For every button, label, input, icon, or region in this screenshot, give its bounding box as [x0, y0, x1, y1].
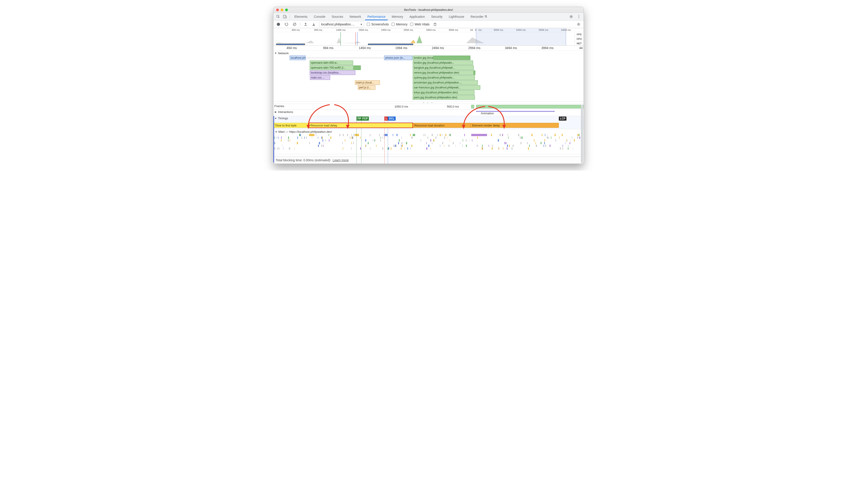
- flame-task[interactable]: [427, 137, 428, 139]
- garbage-collect-button[interactable]: [432, 22, 438, 27]
- flame-task[interactable]: [500, 134, 501, 136]
- flame-task[interactable]: [559, 137, 560, 139]
- flame-task[interactable]: [421, 139, 421, 141]
- flame-task[interactable]: [498, 139, 499, 141]
- flame-task[interactable]: [306, 137, 307, 139]
- flame-task[interactable]: [318, 137, 318, 139]
- tab-application[interactable]: Application: [406, 13, 428, 20]
- inspect-element-icon[interactable]: [275, 13, 282, 20]
- flame-task[interactable]: [491, 134, 492, 136]
- network-request-bar[interactable]: perf.js (l...: [358, 85, 375, 90]
- flame-task[interactable]: [511, 147, 512, 150]
- flame-task[interactable]: [492, 147, 493, 150]
- flame-task[interactable]: [321, 145, 322, 147]
- flame-task[interactable]: [450, 134, 451, 136]
- flame-task[interactable]: [504, 142, 505, 144]
- flame-task[interactable]: [543, 145, 544, 147]
- flame-task[interactable]: [508, 134, 508, 136]
- flame-task[interactable]: [562, 147, 563, 150]
- overview-minimap[interactable]: 494 ms994 ms1494 ms1994 ms2494 ms2994 ms…: [273, 28, 584, 46]
- flame-task[interactable]: [350, 137, 350, 139]
- scrollbar[interactable]: [581, 105, 583, 163]
- tab-lighthouse[interactable]: Lighthouse: [446, 13, 467, 20]
- flame-task[interactable]: [395, 145, 396, 147]
- flame-task[interactable]: [388, 147, 389, 150]
- flame-task[interactable]: [562, 145, 562, 147]
- main-thread-lane[interactable]: ▼Main — https://localhost.philipwalton.d…: [273, 129, 584, 154]
- flame-task[interactable]: [444, 137, 445, 139]
- flame-task[interactable]: [555, 134, 556, 136]
- settings-icon[interactable]: [568, 13, 574, 20]
- flame-task[interactable]: [531, 134, 532, 136]
- flame-task[interactable]: [404, 147, 405, 150]
- flame-task[interactable]: [343, 134, 343, 136]
- flame-task[interactable]: [463, 139, 463, 141]
- flame-task[interactable]: [503, 147, 503, 150]
- lcp-segment-render[interactable]: Element render delay: [470, 123, 559, 128]
- flame-task[interactable]: [551, 137, 551, 139]
- flame-task[interactable]: [573, 147, 573, 150]
- flame-task[interactable]: [455, 145, 456, 147]
- tab-security[interactable]: Security: [428, 13, 446, 20]
- reload-and-record-button[interactable]: [284, 22, 289, 27]
- flame-task[interactable]: [402, 145, 403, 147]
- flame-task[interactable]: [398, 142, 399, 144]
- flame-task[interactable]: [411, 145, 413, 147]
- flame-task[interactable]: [351, 134, 352, 136]
- flame-task[interactable]: [278, 147, 279, 150]
- flame-task[interactable]: [477, 145, 477, 147]
- flame-task[interactable]: [285, 134, 285, 136]
- screenshots-checkbox[interactable]: Screenshots: [367, 22, 389, 26]
- flame-task[interactable]: [542, 134, 542, 136]
- flame-task[interactable]: [545, 145, 546, 147]
- flame-task[interactable]: [370, 134, 370, 136]
- flame-task[interactable]: [555, 139, 556, 141]
- flame-task[interactable]: [442, 134, 442, 136]
- network-request-bar[interactable]: bootstrap.css (localhos...: [310, 70, 355, 75]
- flame-task[interactable]: [345, 139, 345, 141]
- flame-task[interactable]: [568, 147, 569, 150]
- flame-task[interactable]: [368, 142, 369, 144]
- flame-task[interactable]: [297, 142, 298, 144]
- flame-task[interactable]: [299, 134, 300, 136]
- load-profile-button[interactable]: [303, 22, 308, 27]
- flame-task[interactable]: [312, 137, 312, 139]
- flame-task[interactable]: [513, 145, 514, 147]
- flame-task[interactable]: [432, 134, 433, 136]
- flame-task[interactable]: [410, 134, 411, 136]
- flame-task[interactable]: [440, 134, 441, 136]
- flame-task[interactable]: [466, 139, 467, 141]
- flame-task[interactable]: [562, 134, 562, 136]
- flame-task[interactable]: [425, 134, 425, 136]
- flame-task[interactable]: [282, 145, 282, 147]
- frame-strip[interactable]: [471, 105, 474, 108]
- flame-task[interactable]: [339, 134, 340, 136]
- tab-console[interactable]: Console: [310, 13, 329, 20]
- frame-strip[interactable]: [476, 105, 584, 108]
- network-request-bar[interactable]: main.css ...: [310, 75, 330, 80]
- lcp-segment-dur[interactable]: Resource load duration: [413, 123, 471, 128]
- flame-task[interactable]: [360, 147, 361, 150]
- flame-task[interactable]: [560, 147, 561, 150]
- tab-memory[interactable]: Memory: [389, 13, 406, 20]
- network-request-bar[interactable]: san-francisco.jpg (localhost.philipwalt.…: [413, 85, 480, 90]
- flame-task[interactable]: [448, 137, 448, 139]
- flame-task[interactable]: [383, 147, 383, 150]
- network-section-header[interactable]: ▼ Network: [273, 51, 584, 55]
- flame-task[interactable]: [300, 134, 301, 136]
- flame-task[interactable]: [426, 142, 427, 144]
- flame-task[interactable]: [502, 134, 503, 136]
- network-request-bar[interactable]: main.js (local...: [355, 80, 380, 85]
- flame-task[interactable]: [281, 139, 281, 141]
- flame-task[interactable]: [477, 137, 478, 139]
- flame-task[interactable]: [279, 147, 280, 150]
- flame-task[interactable]: [584, 134, 584, 136]
- flame-task[interactable]: [453, 142, 454, 144]
- flame-task[interactable]: [521, 137, 523, 139]
- flame-task[interactable]: [322, 139, 323, 141]
- network-request-bar[interactable]: bangkok.jpg (localhost.philipwalt...: [413, 66, 474, 70]
- flame-task[interactable]: [302, 137, 302, 139]
- flame-task[interactable]: [547, 137, 548, 139]
- flame-task[interactable]: [579, 137, 580, 139]
- flame-task[interactable]: [428, 145, 430, 147]
